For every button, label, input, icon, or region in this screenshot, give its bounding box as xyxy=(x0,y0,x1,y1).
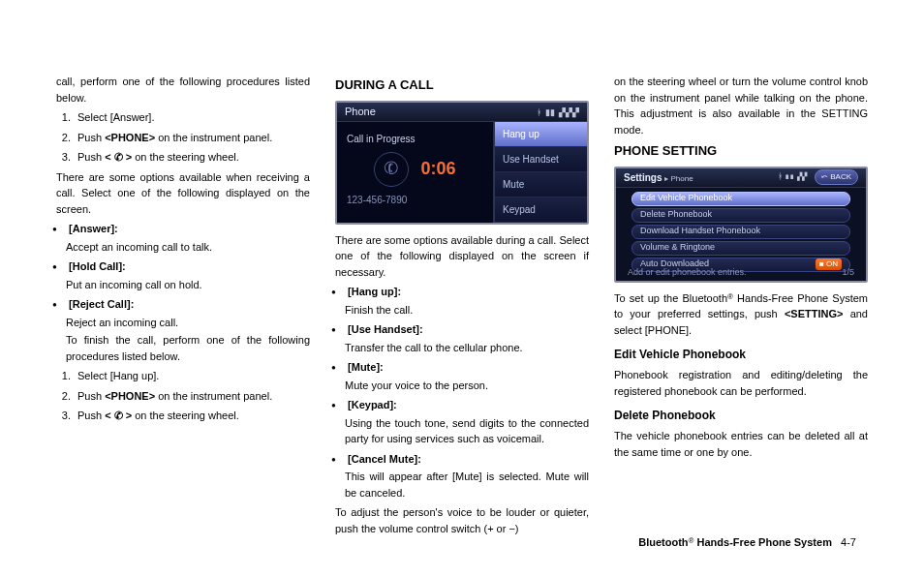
option-label: [Use Handset]: xyxy=(348,323,423,335)
on-toggle[interactable]: ■ ON xyxy=(816,258,842,270)
list-item: [Keypad]: Using the touch tone, send dig… xyxy=(345,397,589,447)
list-item: [Hang up]: Finish the call. xyxy=(345,284,589,318)
during-call-options: [Hang up]: Finish the call. [Use Handset… xyxy=(335,284,589,501)
list-item: Push <PHONE> on the instrument panel. xyxy=(74,130,310,146)
call-in-progress-label: Call in Progress xyxy=(347,132,416,146)
page-number: 4-7 xyxy=(841,536,856,548)
menu-item-keypad[interactable]: Keypad xyxy=(495,197,587,223)
list-item: [Answer]: Accept an incoming call to tal… xyxy=(66,221,310,255)
status-icons: ᚼ▮▮▞▞▞ xyxy=(533,104,579,120)
receive-intro: There are some options available when re… xyxy=(56,169,310,218)
signal-icon: ▮▮ xyxy=(545,107,555,117)
bluetooth-icon: ᚼ xyxy=(537,107,541,117)
caller-number: 123-456-7890 xyxy=(347,193,407,207)
handset-icon: ✆ xyxy=(374,152,409,187)
delete-phonebook-heading: Delete Phonebook xyxy=(614,407,868,424)
delete-phonebook-text: The vehicle phonebook entries can be del… xyxy=(614,428,868,460)
edit-phonebook-text: Phonebook registration and editing/delet… xyxy=(614,367,868,399)
screenshot-title: Phone xyxy=(345,104,376,120)
option-desc: Mute your voice to the person. xyxy=(345,378,589,394)
option-label: [Cancel Mute]: xyxy=(348,453,421,465)
back-button[interactable]: ⤺ BACK xyxy=(815,169,858,185)
during-call-screenshot: Phone ᚼ▮▮▞▞▞ Call in Progress ✆ 0:06 123… xyxy=(335,101,589,225)
list-item: Push < ✆ > on the steering wheel. xyxy=(74,408,310,424)
column-3: on the steering wheel or turn the volume… xyxy=(614,74,868,519)
menu-item-mute[interactable]: Mute xyxy=(495,172,587,197)
status-hint: Add or edit phonebook entries. xyxy=(628,266,747,280)
settings-list: Edit Vehicle Phonebook Delete Phonebook … xyxy=(616,188,866,265)
call-timer: 0:06 xyxy=(420,156,455,182)
list-item: Push <PHONE> on the instrument panel. xyxy=(74,388,310,405)
phone-setting-screenshot: Settings ▸ Phone ᚼ ▮▮ ▞▞ ⤺ BACK Edit Veh… xyxy=(614,167,868,283)
column-1: call, perform one of the following proce… xyxy=(56,74,310,519)
option-desc: Using the touch tone, send digits to the… xyxy=(345,415,589,447)
list-item: [Reject Call]: Reject an incoming call. … xyxy=(66,296,310,364)
hangup-steps: Select [Hang up]. Push <PHONE> on the in… xyxy=(56,368,310,424)
page-footer: Bluetooth® Hands-Free Phone System 4-7 xyxy=(638,536,856,548)
settings-row-delete-phonebook[interactable]: Delete Phonebook xyxy=(631,208,850,223)
during-call-lead: There are some options available during … xyxy=(335,232,589,281)
page-indicator: 1/5 xyxy=(842,266,854,280)
call-menu: Hang up Use Handset Mute Keypad xyxy=(494,122,587,223)
manual-page: call, perform one of the following proce… xyxy=(56,74,868,519)
phone-setting-heading: PHONE SETTING xyxy=(614,141,868,161)
column-2: DURING A CALL Phone ᚼ▮▮▞▞▞ Call in Progr… xyxy=(335,74,589,519)
screenshot-title: Settings ▸ Phone xyxy=(624,170,693,185)
option-label: [Hang up]: xyxy=(348,286,401,297)
setup-text: To set up the Bluetooth® Hands-Free Phon… xyxy=(614,290,868,339)
answer-steps: Select [Answer]. Push <PHONE> on the ins… xyxy=(56,109,310,166)
list-item: [Use Handset]: Transfer the call to the … xyxy=(345,321,589,355)
settings-row-edit-phonebook[interactable]: Edit Vehicle Phonebook xyxy=(631,192,850,206)
list-item: Select [Answer]. xyxy=(74,109,310,126)
edit-phonebook-heading: Edit Vehicle Phonebook xyxy=(614,346,868,363)
settings-row-download-phonebook[interactable]: Download Handset Phonebook xyxy=(631,225,850,239)
list-item: Push < ✆ > on the steering wheel. xyxy=(74,149,310,166)
menu-item-hangup[interactable]: Hang up xyxy=(495,122,587,147)
finish-lead: To finish the call, perform one of the f… xyxy=(66,332,310,364)
signal-icon: ▞▞▞ xyxy=(559,107,579,117)
continuation-text: call, perform one of the following proce… xyxy=(56,74,310,106)
option-desc: This will appear after [Mute] is selecte… xyxy=(345,469,589,501)
option-desc: Accept an incoming call to talk. xyxy=(66,239,310,256)
during-call-heading: DURING A CALL xyxy=(335,76,589,95)
receive-options: [Answer]: Accept an incoming call to tal… xyxy=(56,221,310,364)
option-label: [Hold Call]: xyxy=(69,260,126,272)
option-label: [Answer]: xyxy=(69,223,118,234)
option-desc: Transfer the call to the cellular phone. xyxy=(345,340,589,356)
screenshot-titlebar: Phone ᚼ▮▮▞▞▞ xyxy=(337,103,587,122)
list-item: [Cancel Mute]: This will appear after [M… xyxy=(345,451,589,501)
option-desc: Finish the call. xyxy=(345,302,589,319)
option-desc: Put an incoming call on hold. xyxy=(66,277,310,293)
menu-item-use-handset[interactable]: Use Handset xyxy=(495,147,587,172)
option-label: [Reject Call]: xyxy=(69,298,134,310)
list-item: [Hold Call]: Put an incoming call on hol… xyxy=(66,258,310,292)
status-icons: ᚼ ▮▮ ▞▞ xyxy=(778,170,807,184)
continuation-text: on the steering wheel or turn the volume… xyxy=(614,74,868,137)
list-item: Select [Hang up]. xyxy=(74,368,310,384)
screenshot-titlebar: Settings ▸ Phone ᚼ ▮▮ ▞▞ ⤺ BACK xyxy=(616,168,866,188)
option-label: [Mute]: xyxy=(348,361,384,373)
option-desc: Reject an incoming call. xyxy=(66,315,310,331)
volume-adjust-text: To adjust the person's voice to be loude… xyxy=(335,504,589,536)
option-label: [Keypad]: xyxy=(348,399,397,410)
settings-row-volume-ringtone[interactable]: Volume & Ringtone xyxy=(631,241,850,256)
list-item: [Mute]: Mute your voice to the person. xyxy=(345,359,589,393)
call-panel: Call in Progress ✆ 0:06 123-456-7890 xyxy=(337,122,494,223)
